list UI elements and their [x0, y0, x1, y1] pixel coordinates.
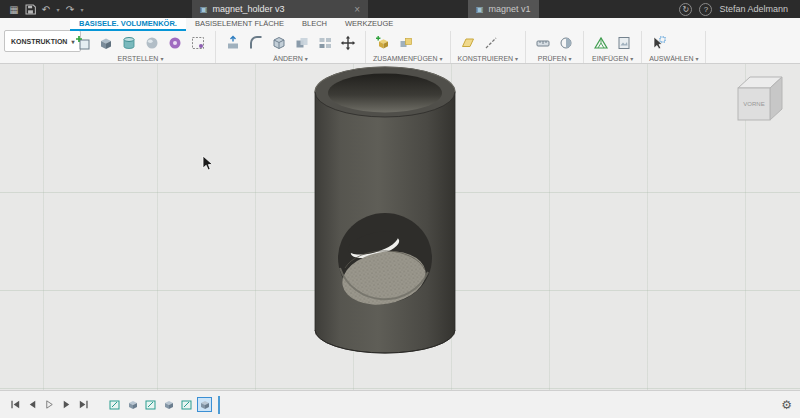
create-sketch-icon[interactable] [73, 33, 93, 53]
timeline-features [107, 396, 220, 414]
timeline-feature-sketch[interactable] [179, 397, 194, 412]
timeline-step-forward-button[interactable] [59, 397, 74, 412]
timeline-position-marker[interactable] [218, 396, 220, 414]
group-assemble-label[interactable]: ZUSAMMENFÜGEN ▾ [373, 55, 443, 62]
group-inspect: PRÜFEN ▾ [526, 31, 584, 63]
timeline-feature-extrude[interactable] [125, 397, 140, 412]
section-analysis-icon[interactable] [556, 33, 576, 53]
create-cylinder-icon[interactable] [119, 33, 139, 53]
timeline-step-back-button[interactable] [25, 397, 40, 412]
titlebar: ▦ ↶ ▾ ↷ ▾ ▣ magnet_holder v3 × ▣ magnet … [0, 0, 800, 18]
undo-icon[interactable]: ↶ [38, 1, 54, 17]
redo-icon[interactable]: ↷ [62, 1, 78, 17]
group-insert: EINFÜGEN ▾ [584, 31, 642, 63]
combine-icon[interactable] [292, 33, 312, 53]
tab-tools[interactable]: WERKZEUGE [336, 18, 402, 31]
model-cylinder[interactable] [312, 64, 472, 362]
viewcube[interactable]: VORNE [728, 70, 788, 128]
document-tab-label: magnet_holder v3 [213, 4, 285, 14]
save-icon[interactable] [22, 1, 38, 17]
timeline-feature-sketch[interactable] [143, 397, 158, 412]
group-assemble: ZUSAMMENFÜGEN ▾ [366, 31, 451, 63]
group-construct: KONSTRUIEREN ▾ [451, 31, 527, 63]
pattern-icon[interactable] [315, 33, 335, 53]
help-icon[interactable]: ? [699, 3, 712, 16]
select-cursor-icon[interactable] [649, 33, 669, 53]
document-icon: ▣ [200, 5, 208, 14]
document-tab-label: magnet v1 [489, 4, 531, 14]
new-component-icon[interactable] [373, 33, 393, 53]
app-grid-icon[interactable]: ▦ [6, 1, 22, 17]
group-modify: ÄNDERN ▾ [216, 31, 366, 63]
fillet-icon[interactable] [246, 33, 266, 53]
timeline-skip-end-button[interactable] [76, 397, 91, 412]
measure-icon[interactable] [533, 33, 553, 53]
group-create: ERSTELLEN ▾ [66, 31, 216, 63]
document-icon: ▣ [476, 5, 484, 14]
titlebar-right: ↻ ? Stefan Adelmann [679, 3, 800, 16]
timeline-play-button[interactable] [42, 397, 57, 412]
document-tab-active[interactable]: ▣ magnet_holder v3 × [192, 0, 368, 18]
timeline-feature-extrude-selected[interactable] [197, 397, 212, 412]
viewcube-front-label: VORNE [743, 101, 764, 107]
group-create-label[interactable]: ERSTELLEN ▾ [73, 55, 208, 62]
titlebar-left-icons: ▦ ↶ ▾ ↷ ▾ [0, 1, 86, 17]
construction-plane-icon[interactable] [458, 33, 478, 53]
timeline-skip-start-button[interactable] [8, 397, 23, 412]
tab-surface[interactable]: BASISELEMENT FLÄCHE [186, 18, 293, 31]
group-construct-label[interactable]: KONSTRUIEREN ▾ [458, 55, 519, 62]
create-form-icon[interactable] [165, 33, 185, 53]
timeline-feature-extrude[interactable] [161, 397, 176, 412]
group-insert-label[interactable]: EINFÜGEN ▾ [591, 55, 634, 62]
insert-canvas-icon[interactable] [614, 33, 634, 53]
join-icon[interactable] [396, 33, 416, 53]
group-modify-label[interactable]: ÄNDERN ▾ [223, 55, 358, 62]
timeline-settings-gear-icon[interactable]: ⚙ [781, 398, 792, 412]
viewport-3d[interactable]: VORNE [0, 64, 800, 390]
create-sphere-icon[interactable] [142, 33, 162, 53]
tab-sheetmetal[interactable]: BLECH [293, 18, 336, 31]
construction-axis-icon[interactable] [481, 33, 501, 53]
job-status-icon[interactable]: ↻ [679, 3, 692, 16]
timeline-bar: ⚙ [0, 390, 800, 418]
document-tab-inactive[interactable]: ▣ magnet v1 [468, 0, 539, 18]
group-select-label[interactable]: AUSWÄHLEN ▾ [649, 55, 698, 62]
redo-caret-icon[interactable]: ▾ [78, 6, 86, 13]
undo-caret-icon[interactable]: ▾ [54, 6, 62, 13]
toolset-label: KONSTRUKTION [11, 38, 67, 45]
fusion-app-window: ▦ ↶ ▾ ↷ ▾ ▣ magnet_holder v3 × ▣ magnet … [0, 0, 800, 418]
group-select: AUSWÄHLEN ▾ [642, 31, 706, 63]
ribbon-tab-strip: BASISELE. VOLUMENKÖR. BASISELEMENT FLÄCH… [70, 18, 402, 31]
sketch-dashed-icon[interactable] [188, 33, 208, 53]
insert-mesh-icon[interactable] [591, 33, 611, 53]
mouse-cursor [202, 156, 216, 172]
ribbon-toolbar: KONSTRUKTION ▾ BASISELE. VOLUMENKÖR. BAS… [0, 18, 800, 64]
create-box-icon[interactable] [96, 33, 116, 53]
tab-close-icon[interactable]: × [354, 4, 360, 15]
shell-icon[interactable] [269, 33, 289, 53]
move-copy-icon[interactable] [338, 33, 358, 53]
group-inspect-label[interactable]: PRÜFEN ▾ [533, 55, 576, 62]
tab-solid[interactable]: BASISELE. VOLUMENKÖR. [70, 18, 186, 31]
timeline-feature-sketch[interactable] [107, 397, 122, 412]
press-pull-icon[interactable] [223, 33, 243, 53]
ribbon-tools: ERSTELLEN ▾ [66, 31, 800, 63]
username-label[interactable]: Stefan Adelmann [719, 4, 788, 14]
